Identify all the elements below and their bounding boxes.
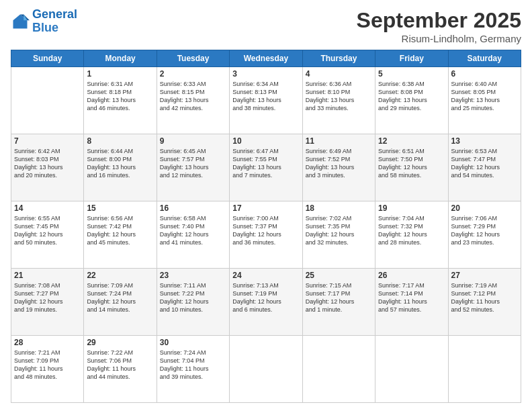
cell-info: Sunrise: 7:17 AM Sunset: 7:14 PM Dayligh…	[378, 281, 445, 314]
day-number: 8	[87, 136, 153, 146]
calendar-week-5: 28Sunrise: 7:21 AM Sunset: 7:09 PM Dayli…	[11, 336, 521, 403]
cell-info: Sunrise: 6:34 AM Sunset: 8:13 PM Dayligh…	[232, 80, 299, 113]
day-number: 20	[451, 203, 518, 213]
day-number: 4	[306, 69, 372, 79]
cell-info: Sunrise: 6:44 AM Sunset: 8:00 PM Dayligh…	[87, 147, 153, 180]
day-number: 25	[306, 271, 372, 280]
calendar-cell: 14Sunrise: 6:55 AM Sunset: 7:45 PM Dayli…	[11, 201, 84, 269]
calendar-cell: 25Sunrise: 7:15 AM Sunset: 7:17 PM Dayli…	[302, 269, 375, 336]
calendar-cell: 9Sunrise: 6:45 AM Sunset: 7:57 PM Daylig…	[157, 134, 229, 201]
cell-info: Sunrise: 6:40 AM Sunset: 8:05 PM Dayligh…	[451, 80, 518, 113]
day-header-sunday: Sunday	[11, 50, 84, 67]
logo-line2: Blue	[32, 21, 58, 34]
header: General Blue September 2025 Risum-Lindho…	[11, 8, 521, 44]
day-number: 3	[232, 69, 299, 79]
cell-info: Sunrise: 6:36 AM Sunset: 8:10 PM Dayligh…	[306, 80, 372, 113]
calendar-table: SundayMondayTuesdayWednesdayThursdayFrid…	[11, 50, 521, 403]
cell-info: Sunrise: 6:42 AM Sunset: 8:03 PM Dayligh…	[14, 147, 81, 180]
day-number: 10	[232, 136, 299, 146]
calendar-week-3: 14Sunrise: 6:55 AM Sunset: 7:45 PM Dayli…	[11, 201, 521, 269]
calendar-cell: 3Sunrise: 6:34 AM Sunset: 8:13 PM Daylig…	[230, 67, 302, 134]
calendar-cell	[230, 336, 302, 403]
calendar-cell	[302, 336, 375, 403]
calendar-cell: 28Sunrise: 7:21 AM Sunset: 7:09 PM Dayli…	[11, 336, 84, 403]
day-header-friday: Friday	[375, 50, 448, 67]
day-number: 7	[14, 136, 81, 146]
cell-info: Sunrise: 6:51 AM Sunset: 7:50 PM Dayligh…	[378, 147, 445, 180]
calendar-cell: 16Sunrise: 6:58 AM Sunset: 7:40 PM Dayli…	[157, 201, 229, 269]
day-header-saturday: Saturday	[448, 50, 521, 67]
calendar-cell: 8Sunrise: 6:44 AM Sunset: 8:00 PM Daylig…	[84, 134, 157, 201]
cell-info: Sunrise: 6:47 AM Sunset: 7:55 PM Dayligh…	[232, 147, 299, 180]
cell-info: Sunrise: 6:49 AM Sunset: 7:52 PM Dayligh…	[306, 147, 372, 180]
calendar-cell: 30Sunrise: 7:24 AM Sunset: 7:04 PM Dayli…	[157, 336, 229, 403]
calendar-cell: 19Sunrise: 7:04 AM Sunset: 7:32 PM Dayli…	[375, 201, 448, 269]
day-header-monday: Monday	[84, 50, 157, 67]
cell-info: Sunrise: 7:06 AM Sunset: 7:29 PM Dayligh…	[451, 214, 518, 247]
day-number: 19	[378, 203, 445, 213]
calendar-cell: 26Sunrise: 7:17 AM Sunset: 7:14 PM Dayli…	[375, 269, 448, 336]
calendar-cell: 12Sunrise: 6:51 AM Sunset: 7:50 PM Dayli…	[375, 134, 448, 201]
day-header-tuesday: Tuesday	[157, 50, 229, 67]
cell-info: Sunrise: 7:22 AM Sunset: 7:06 PM Dayligh…	[87, 349, 153, 381]
location: Risum-Lindholm, Germany	[357, 33, 521, 44]
cell-info: Sunrise: 7:15 AM Sunset: 7:17 PM Dayligh…	[306, 281, 372, 314]
cell-info: Sunrise: 6:45 AM Sunset: 7:57 PM Dayligh…	[160, 147, 226, 180]
title-block: September 2025 Risum-Lindholm, Germany	[357, 8, 521, 44]
day-number: 28	[14, 338, 81, 347]
day-number: 17	[232, 203, 299, 213]
calendar-cell: 6Sunrise: 6:40 AM Sunset: 8:05 PM Daylig…	[448, 67, 521, 134]
month-title: September 2025	[357, 8, 521, 33]
cell-info: Sunrise: 6:56 AM Sunset: 7:42 PM Dayligh…	[87, 214, 153, 247]
day-number: 30	[160, 338, 226, 347]
calendar-cell: 13Sunrise: 6:53 AM Sunset: 7:47 PM Dayli…	[448, 134, 521, 201]
day-header-wednesday: Wednesday	[230, 50, 302, 67]
calendar-cell: 10Sunrise: 6:47 AM Sunset: 7:55 PM Dayli…	[230, 134, 302, 201]
calendar-week-2: 7Sunrise: 6:42 AM Sunset: 8:03 PM Daylig…	[11, 134, 521, 201]
cell-info: Sunrise: 7:13 AM Sunset: 7:19 PM Dayligh…	[232, 281, 299, 314]
day-number: 24	[232, 271, 299, 280]
day-header-thursday: Thursday	[302, 50, 375, 67]
cell-info: Sunrise: 7:08 AM Sunset: 7:27 PM Dayligh…	[14, 281, 81, 314]
calendar-cell	[11, 67, 84, 134]
day-number: 15	[87, 203, 153, 213]
logo-icon	[11, 12, 30, 31]
day-number: 18	[306, 203, 372, 213]
day-number: 14	[14, 203, 81, 213]
cell-info: Sunrise: 7:04 AM Sunset: 7:32 PM Dayligh…	[378, 214, 445, 247]
day-number: 1	[87, 69, 153, 79]
calendar-cell: 20Sunrise: 7:06 AM Sunset: 7:29 PM Dayli…	[448, 201, 521, 269]
day-number: 27	[451, 271, 518, 280]
calendar-week-1: 1Sunrise: 6:31 AM Sunset: 8:18 PM Daylig…	[11, 67, 521, 134]
day-number: 5	[378, 69, 445, 79]
logo-text: General Blue	[32, 8, 77, 35]
cell-info: Sunrise: 7:02 AM Sunset: 7:35 PM Dayligh…	[306, 214, 372, 247]
cell-info: Sunrise: 6:33 AM Sunset: 8:15 PM Dayligh…	[160, 80, 226, 113]
calendar-cell: 21Sunrise: 7:08 AM Sunset: 7:27 PM Dayli…	[11, 269, 84, 336]
calendar-cell: 11Sunrise: 6:49 AM Sunset: 7:52 PM Dayli…	[302, 134, 375, 201]
day-number: 29	[87, 338, 153, 347]
day-number: 12	[378, 136, 445, 146]
calendar-cell	[375, 336, 448, 403]
day-number: 2	[160, 69, 226, 79]
cell-info: Sunrise: 6:53 AM Sunset: 7:47 PM Dayligh…	[451, 147, 518, 180]
calendar-cell: 23Sunrise: 7:11 AM Sunset: 7:22 PM Dayli…	[157, 269, 229, 336]
calendar-cell: 4Sunrise: 6:36 AM Sunset: 8:10 PM Daylig…	[302, 67, 375, 134]
cell-info: Sunrise: 7:21 AM Sunset: 7:09 PM Dayligh…	[14, 349, 81, 381]
cell-info: Sunrise: 7:00 AM Sunset: 7:37 PM Dayligh…	[232, 214, 299, 247]
calendar-cell: 7Sunrise: 6:42 AM Sunset: 8:03 PM Daylig…	[11, 134, 84, 201]
calendar-cell: 24Sunrise: 7:13 AM Sunset: 7:19 PM Dayli…	[230, 269, 302, 336]
day-number: 21	[14, 271, 81, 280]
page: General Blue September 2025 Risum-Lindho…	[0, 0, 532, 411]
day-number: 13	[451, 136, 518, 146]
calendar-cell: 17Sunrise: 7:00 AM Sunset: 7:37 PM Dayli…	[230, 201, 302, 269]
cell-info: Sunrise: 7:11 AM Sunset: 7:22 PM Dayligh…	[160, 281, 226, 314]
calendar-cell: 5Sunrise: 6:38 AM Sunset: 8:08 PM Daylig…	[375, 67, 448, 134]
logo-line1: General	[32, 7, 77, 21]
cell-info: Sunrise: 7:24 AM Sunset: 7:04 PM Dayligh…	[160, 349, 226, 381]
cell-info: Sunrise: 6:58 AM Sunset: 7:40 PM Dayligh…	[160, 214, 226, 247]
day-number: 26	[378, 271, 445, 280]
logo: General Blue	[11, 8, 77, 35]
calendar-header-row: SundayMondayTuesdayWednesdayThursdayFrid…	[11, 50, 521, 67]
cell-info: Sunrise: 7:19 AM Sunset: 7:12 PM Dayligh…	[451, 281, 518, 314]
